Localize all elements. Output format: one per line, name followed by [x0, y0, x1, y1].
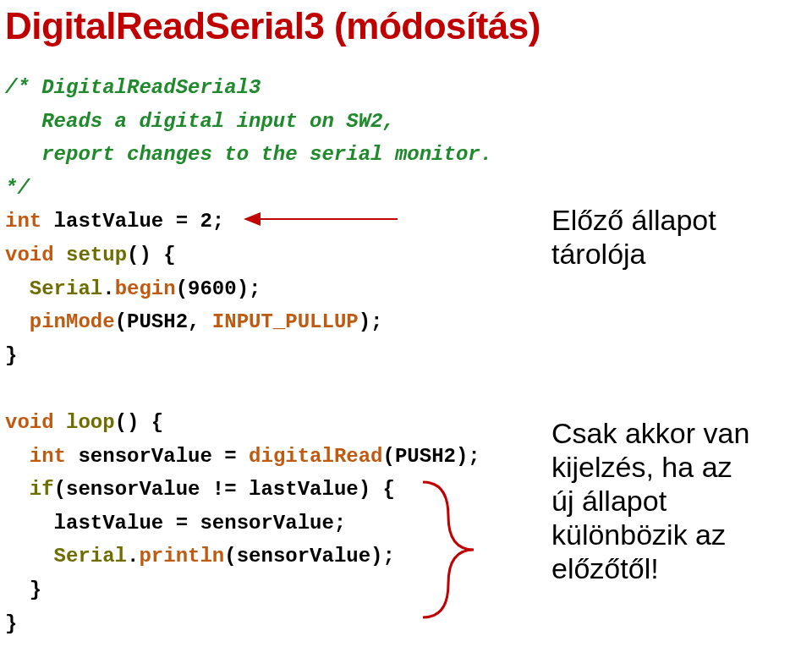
- code-line: pinMode(PUSH2, INPUT_PULLUP);: [5, 305, 812, 339]
- slide-title: DigitalReadSerial3 (módosítás): [0, 0, 812, 47]
- code-line: }: [5, 607, 812, 641]
- code-line: }: [5, 339, 812, 373]
- annotation-prev-state: Előző állapot tárolója: [551, 203, 716, 271]
- annotation-only-change: Csak akkor van kijelzés, ha az új állapo…: [551, 416, 749, 586]
- code-line: */: [5, 172, 812, 206]
- code-blank: [5, 372, 812, 406]
- code-line: Serial.begin(9600);: [5, 272, 812, 306]
- code-line: /* DigitalReadSerial3: [5, 71, 812, 105]
- code-line: report changes to the serial monitor.: [5, 138, 812, 172]
- code-line: Reads a digital input on SW2,: [5, 105, 812, 139]
